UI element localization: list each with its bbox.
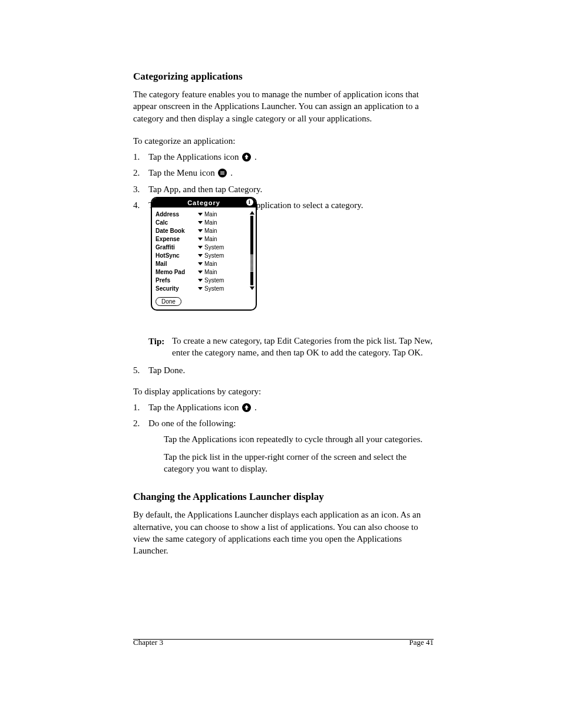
app-name: Security	[156, 285, 198, 292]
app-name: Address	[156, 211, 198, 218]
step-number: 1.	[133, 401, 148, 414]
step-number: 2.	[133, 417, 148, 430]
app-name: HotSync	[156, 252, 198, 259]
step-5: 5. Tap Done.	[133, 364, 434, 377]
category-picklist[interactable]: Main	[198, 219, 217, 226]
chevron-down-icon	[198, 213, 203, 216]
scroll-down-arrow-icon[interactable]	[250, 286, 254, 290]
step-2-1: 1. Tap the Applications icon .	[133, 401, 434, 414]
step-number: 5.	[133, 364, 148, 377]
palm-row: Expense Main	[156, 235, 244, 243]
app-name: Graffiti	[156, 244, 198, 251]
step-text-after: .	[254, 152, 257, 162]
step-number: 1.	[133, 150, 148, 164]
category-picklist[interactable]: System	[198, 277, 224, 284]
category-picklist[interactable]: Main	[198, 228, 217, 234]
svg-rect-0	[220, 172, 224, 172]
app-name: Prefs	[156, 277, 198, 284]
steps-heading-2: To display applications by category:	[133, 386, 434, 397]
palm-app-list: Address Main Calc Main Date Book Main Ex…	[156, 210, 244, 292]
footer-chapter: Chapter 3	[133, 638, 163, 647]
palm-row: Address Main	[156, 210, 244, 218]
intro-paragraph: The category feature enables you to mana…	[133, 88, 434, 124]
step-text: Do one of the following:	[148, 417, 434, 430]
page-footer: Chapter 3 Page 41	[133, 638, 434, 647]
svg-rect-2	[220, 174, 224, 174]
chevron-down-icon	[198, 287, 203, 290]
scroll-up-arrow-icon[interactable]	[250, 211, 254, 215]
category-picklist[interactable]: Main	[198, 261, 217, 267]
footer-page: Page 41	[409, 638, 434, 647]
category-picklist[interactable]: Main	[198, 211, 217, 218]
step-text-after: .	[230, 168, 233, 177]
info-icon[interactable]: i	[246, 199, 253, 206]
step-number: 3.	[133, 183, 148, 196]
para-2: By default, the Applications Launcher di…	[133, 509, 434, 556]
steps-heading: To categorize an application:	[133, 135, 434, 147]
step-3: 3. Tap App, and then tap Category.	[133, 183, 434, 196]
sub-step-2: Tap the pick list in the upper-right cor…	[164, 451, 434, 475]
app-name: Mail	[156, 261, 198, 267]
chevron-down-icon	[198, 262, 203, 265]
category-picklist[interactable]: System	[198, 285, 224, 292]
tip-text: To create a new category, tap Edit Categ…	[172, 335, 434, 359]
palm-row: Prefs System	[156, 276, 244, 284]
chevron-down-icon	[198, 279, 203, 282]
done-button[interactable]: Done	[156, 297, 181, 306]
applications-icon	[242, 153, 251, 162]
section-heading-2: Changing the Applications Launcher displ…	[133, 491, 434, 503]
step-2-2: 2. Do one of the following:	[133, 417, 434, 430]
chevron-down-icon	[198, 229, 203, 232]
scrollbar[interactable]	[250, 211, 253, 290]
step-text-before: Tap the Applications icon	[148, 152, 241, 162]
palm-row: Calc Main	[156, 218, 244, 226]
palm-row: Memo Pad Main	[156, 268, 244, 276]
step-1: 1. Tap the Applications icon .	[133, 150, 434, 164]
palm-title-bar: Category i	[152, 198, 256, 207]
chevron-down-icon	[198, 254, 203, 257]
palm-category-screenshot: Category i Address Main Calc Main Date B…	[151, 197, 257, 311]
palm-row: Date Book Main	[156, 226, 244, 235]
app-name: Date Book	[156, 228, 198, 234]
step-text: Tap Done.	[148, 364, 434, 377]
chevron-down-icon	[198, 246, 203, 249]
chevron-down-icon	[198, 238, 203, 241]
step-number: 4.	[133, 199, 148, 212]
palm-row: Graffiti System	[156, 243, 244, 251]
step-number: 2.	[133, 166, 148, 180]
step-text-before: Tap the Menu icon	[148, 168, 217, 177]
chevron-down-icon	[198, 271, 203, 274]
palm-title-text: Category	[187, 199, 220, 206]
step-text-after: .	[254, 403, 257, 412]
menu-icon	[218, 169, 227, 177]
palm-row: Security System	[156, 284, 244, 292]
app-name: Expense	[156, 236, 198, 242]
step-text: Tap App, and then tap Category.	[148, 183, 434, 196]
tip-block: Tip: To create a new category, tap Edit …	[148, 335, 434, 359]
category-picklist[interactable]: System	[198, 252, 224, 259]
app-name: Memo Pad	[156, 269, 198, 275]
applications-icon	[242, 403, 251, 412]
tip-label: Tip:	[148, 335, 172, 359]
chevron-down-icon	[198, 221, 203, 224]
palm-row: HotSync System	[156, 251, 244, 259]
step-2: 2. Tap the Menu icon .	[133, 166, 434, 180]
app-name: Calc	[156, 219, 198, 226]
sub-step-1: Tap the Applications icon repeatedly to …	[164, 433, 434, 445]
section-heading: Categorizing applications	[133, 71, 434, 83]
category-picklist[interactable]: Main	[198, 236, 217, 242]
steps-list-2: 1. Tap the Applications icon . 2. Do one…	[133, 401, 434, 475]
svg-rect-1	[220, 173, 224, 173]
category-picklist[interactable]: System	[198, 244, 224, 251]
step-text-before: Tap the Applications icon	[148, 403, 241, 412]
palm-row: Mail Main	[156, 259, 244, 268]
category-picklist[interactable]: Main	[198, 269, 217, 275]
